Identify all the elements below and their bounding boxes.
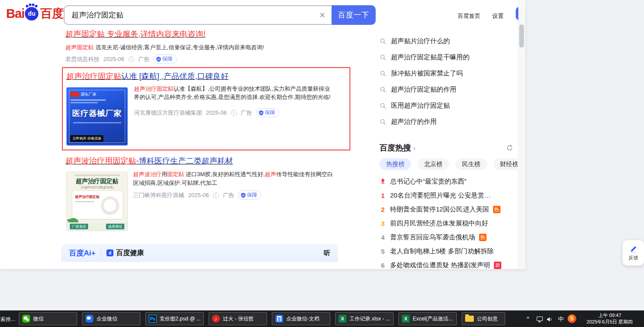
result-thumbnail[interactable]: 源头厂家 医疗器械厂家 立即购买 价格优惠 [66, 87, 128, 146]
promo-tag-icon [70, 92, 79, 97]
hot-item-text: 特朗普全面暂停12国公民进入美国 [390, 205, 489, 214]
result-title[interactable]: 超声波治疗用固定贴-博科医疗生产二类超声耗材 [65, 156, 353, 166]
result-title-highlight: 超声治疗固定贴 [66, 72, 121, 81]
hot-item[interactable]: 5 老人自制电梯上5楼 多部门劝解拆除 [380, 244, 517, 258]
hot-search-list: 总书记心中“最宝贵的东西” 1 20名台湾要犯照片曝光 公安悬赏… 2 特朗普全… [380, 174, 517, 269]
thumb-title: 超声治疗固定贴 [67, 177, 127, 185]
hot-search-title[interactable]: 百度热搜 [380, 143, 411, 153]
display-icon[interactable] [537, 317, 543, 321]
thumb-subtitle: (与超声治疗仪配套使用) [67, 185, 127, 190]
hot-badge: 热 [479, 234, 486, 241]
hot-search-header: 百度热搜 › [380, 142, 517, 153]
baozhang-badge[interactable]: 保障 [256, 108, 279, 117]
result-title[interactable]: 超声治疗固定贴认准 [森航] ,产品优质,口碑良好 [66, 71, 229, 82]
scrollbar-thumb[interactable] [519, 24, 524, 48]
music-icon [212, 315, 220, 323]
hot-rank: 1 [380, 192, 386, 199]
tray-chevron-icon[interactable]: ^ [527, 315, 529, 322]
taskbar-wecom[interactable]: 企业微信 [82, 312, 140, 325]
taskbar-clock[interactable]: 上午 09:47 2025年6月5日 星期四 [582, 312, 637, 325]
taskbar-folder[interactable]: 公司创意 [462, 312, 505, 325]
search-icon [380, 119, 386, 125]
related-search-item[interactable]: 超声贴片治疗什么的 [380, 33, 518, 49]
shield-icon [259, 110, 264, 116]
taskbar-excel-worklog[interactable]: X 工作记录.xlsx - ... [335, 312, 394, 325]
panel-text: 超声治疗固定贴 [75, 194, 99, 199]
taskbar-overflow-item[interactable]: 索推... [0, 316, 17, 323]
clock-date: 2025年6月5日 星期四 [582, 319, 637, 325]
taskbar-music-player[interactable]: 过火 - 张信哲 [209, 312, 267, 325]
tab-livelihood-list[interactable]: 民生榜 [456, 158, 487, 170]
taskbar-wecom-doc[interactable]: 企业微信-文档 [272, 312, 330, 325]
taskbar-label: Excel(产品激活... [413, 315, 453, 323]
hot-item[interactable]: 4 普京誓言回应乌军袭击俄机场 热 [380, 230, 517, 244]
taskbar: 索推... 微信 企业微信 Ps 竞价图2.psd @ ... 过火 - 张信哲… [0, 310, 644, 327]
hot-item[interactable]: 6 多处吻戏借位遭质疑 热播剧发声明 新 [380, 258, 517, 269]
sogou-input-icon[interactable]: S [568, 314, 576, 323]
result-date: 2025-06 [188, 192, 209, 198]
hot-item[interactable]: 3 前四月民营经济总体发展稳中向好 [380, 216, 517, 230]
desc-highlight: 超声治疗固定贴 [134, 85, 174, 92]
nav-settings[interactable]: 设置 [492, 12, 504, 20]
search-input[interactable] [65, 11, 313, 20]
related-search-item[interactable]: 脉冲贴片被国家禁止了吗 [380, 65, 518, 82]
tape-roll-icon [101, 197, 119, 214]
feedback-button[interactable]: 反馈 [623, 240, 644, 266]
desktop: Bai du 百度 × 百度一下 百度首页 设置 超声固定贴 专业服务,详情内容… [0, 0, 644, 327]
info-icon [128, 56, 134, 62]
search-button[interactable]: 百度一下 [332, 5, 376, 25]
input-language-indicator[interactable]: 中 [558, 315, 564, 323]
baidu-health-bar: 百度Ai+ d 百度健康 听 [61, 244, 338, 262]
taskbar-excel-product[interactable]: X Excel(产品激活... [398, 312, 457, 325]
logo-cn: 百度 [40, 6, 64, 21]
hot-item[interactable]: 2 特朗普全面暂停12国公民进入美国 热 [380, 202, 517, 216]
result-meta: 河北厚德汉方医疗器械集团 2025-06 广告 保障 [134, 108, 279, 117]
tab-beijing-list[interactable]: 北京榜 [418, 158, 449, 170]
photoshop-icon: Ps [149, 315, 157, 323]
tab-finance-list[interactable]: 财经榜 [493, 158, 517, 170]
ad-label: 广告 [241, 109, 252, 117]
related-search-item[interactable]: 超声治疗固定贴是干嘛用的 [380, 49, 518, 65]
result-date: 2025-06 [103, 56, 124, 62]
hot-item-text: 老人自制电梯上5楼 多部门劝解拆除 [390, 247, 494, 255]
baidu-health-logo[interactable]: 百度健康 [116, 249, 144, 258]
thumb-tag1: 厂家直供 [70, 224, 88, 229]
result-meta: 若思信息科技 2025-06 广告 保障 [65, 54, 353, 64]
search-result-ad-3: 超声波治疗用固定贴-博科医疗生产二类超声耗材 超声治疗固定贴 (与超声治疗仪配套… [65, 156, 353, 234]
refresh-icon[interactable] [506, 144, 513, 151]
feedback-label: 反馈 [629, 255, 638, 261]
related-search-item[interactable]: 医用超声治疗固定贴 [380, 98, 518, 114]
taskbar-label: 工作记录.xlsx - ... [349, 315, 390, 323]
result-source: 河北厚德汉方医疗器械集团 [134, 109, 202, 117]
taskbar-photoshop[interactable]: Ps 竞价图2.psd @ ... [145, 312, 204, 325]
thumb-tag-text: 源头厂家 [81, 92, 96, 97]
folder-icon [465, 316, 474, 322]
nav-baidu-home[interactable]: 百度首页 [458, 12, 480, 20]
badge-label: 保障 [247, 191, 257, 199]
hot-item[interactable]: 1 20名台湾要犯照片曝光 公安悬赏… [380, 188, 517, 202]
result-title-rest: 认准 [森航] ,产品优质,口碑良好 [121, 72, 229, 81]
hot-item-text: 多处吻戏借位遭质疑 热播剧发声明 [390, 261, 490, 269]
result-title[interactable]: 超声固定贴 专业服务,详情内容来电咨询! [65, 29, 353, 39]
related-search-item[interactable]: 超声治疗的作用 [380, 114, 518, 130]
hot-item-text: 前四月民营经济总体发展稳中向好 [390, 219, 488, 228]
baozhang-badge[interactable]: 保障 [154, 54, 177, 64]
hot-item-top[interactable]: 总书记心中“最宝贵的东西” [380, 174, 517, 188]
related-searches: 超声贴片治疗什么的 超声治疗固定贴是干嘛用的 脉冲贴片被国家禁止了吗 超声治疗固… [380, 33, 518, 130]
baozhang-badge[interactable]: 保障 [238, 191, 261, 200]
taskbar-wechat[interactable]: 微信 [19, 312, 77, 325]
listen-button[interactable]: 听 [324, 249, 330, 257]
tab-hot-list[interactable]: 热搜榜 [380, 158, 411, 170]
related-search-item[interactable]: 超声治疗固定贴的作用 [380, 82, 518, 98]
result-source: 若思信息科技 [65, 55, 99, 63]
baidu-logo[interactable]: Bai du 百度 [6, 6, 64, 21]
decor-line [75, 174, 120, 176]
info-icon [213, 192, 219, 198]
desc-highlight: 超声波治疗 [133, 171, 161, 177]
ad-label: 广告 [223, 191, 234, 199]
wecom-icon [86, 315, 93, 323]
clear-search-icon[interactable]: × [313, 10, 331, 20]
speaker-icon[interactable] [547, 316, 553, 324]
result-thumbnail[interactable]: 超声治疗固定贴 (与超声治疗仪配套使用) 超声治疗固定贴 厂家直供 品质保证 [66, 172, 128, 231]
baidu-ai-logo[interactable]: 百度Ai+ [69, 248, 96, 258]
